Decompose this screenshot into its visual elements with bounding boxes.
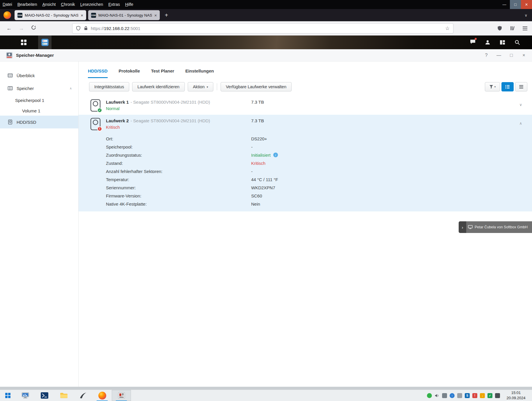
tray-activity-icon[interactable]: [427, 393, 432, 398]
menu-hilfe[interactable]: Hilfe: [123, 0, 136, 9]
button-label: Laufwerk identifizieren: [137, 84, 179, 89]
banner-collapse-button[interactable]: ›: [459, 221, 466, 233]
collapse-chevron-icon[interactable]: ∧: [519, 121, 522, 126]
windows-taskbar: ↑ S ! ↓ ✓ 15:01 20.09.2024: [0, 390, 532, 401]
dsm-main-menu-icon[interactable]: [21, 40, 26, 45]
menu-bearbeiten[interactable]: Bearbeiten: [15, 0, 40, 9]
sidebar-item-ueberblick[interactable]: Überblick: [0, 69, 78, 82]
status-critical-badge-icon: !: [97, 126, 102, 131]
tray-cloud-icon[interactable]: ↑: [450, 393, 455, 398]
info-icon[interactable]: i: [273, 153, 278, 157]
minimize-button[interactable]: —: [496, 53, 501, 58]
caret-down-icon: ▾: [494, 85, 496, 88]
tray-volume-icon[interactable]: [435, 393, 439, 398]
detail-view-button[interactable]: [501, 82, 514, 91]
detail-value: Initialisierti: [251, 153, 278, 158]
tray-shield-icon[interactable]: [457, 393, 462, 398]
app-body: Überblick Speicher ∧ Speicherpool 1 Volu…: [0, 61, 532, 387]
window-minimize-button[interactable]: —: [499, 0, 510, 9]
tray-synology-assistant-icon[interactable]: S: [465, 393, 470, 398]
drive-block-1: ✓ Laufwerk 1- Seagate ST8000VN004-2M2101…: [79, 96, 532, 115]
tab-test-planer[interactable]: Test Planer: [151, 68, 174, 78]
menu-lesezeichen[interactable]: Lesezeichen: [78, 0, 106, 9]
search-icon[interactable]: [514, 39, 520, 45]
detail-row-seriennummer: Seriennummer: WKD2XPN7: [79, 183, 532, 192]
sidebar-item-label: Überblick: [17, 73, 35, 78]
app-menu-icon[interactable]: [523, 27, 527, 30]
back-button[interactable]: ←: [3, 25, 15, 31]
app-titlebar[interactable]: Speicher-Manager ? — □ ×: [0, 49, 532, 61]
bookmark-star-icon[interactable]: ☆: [445, 25, 450, 31]
tray-display-icon[interactable]: [442, 393, 447, 398]
url-text[interactable]: https://192.168.0.22:5001: [91, 26, 140, 31]
reload-button[interactable]: [27, 25, 40, 31]
detail-value: 44 °C / 111 °F: [251, 177, 278, 182]
action-dropdown-button[interactable]: Aktion▾: [188, 82, 213, 91]
tray-app-icon[interactable]: [495, 393, 500, 398]
tab-close-icon[interactable]: ×: [81, 13, 83, 18]
firefox-app-icon[interactable]: [93, 390, 112, 401]
sidebar-item-speicher[interactable]: Speicher ∧: [0, 82, 78, 95]
menu-chronik[interactable]: Chronik: [58, 0, 77, 9]
drive-icon: ✓: [90, 99, 101, 112]
chat-icon[interactable]: [470, 39, 476, 46]
manage-available-drives-button[interactable]: Verfügbare Laufwerke verwalten: [221, 82, 292, 91]
compact-view-button[interactable]: [515, 82, 527, 91]
system-monitor-app-icon[interactable]: [16, 390, 35, 401]
storage-manager-taskbar-icon[interactable]: [38, 36, 52, 49]
help-button[interactable]: ?: [484, 53, 489, 58]
swoosh-app-icon[interactable]: [73, 390, 93, 401]
browser-tab-nas02[interactable]: DSM MAIO-NAS-02 - Synology NAS ×: [15, 10, 86, 20]
collapse-chevron-icon[interactable]: ∧: [70, 86, 72, 90]
drive-row-laufwerk-2[interactable]: ! Laufwerk 2- Seagate ST8000VN004-2M2101…: [79, 115, 532, 133]
restore-button[interactable]: □: [509, 53, 514, 58]
new-tab-button[interactable]: +: [165, 12, 168, 19]
scanner-app-icon[interactable]: [112, 390, 131, 401]
widgets-icon[interactable]: [499, 39, 506, 45]
sidebar: Überblick Speicher ∧ Speicherpool 1 Volu…: [0, 61, 79, 387]
sidebar-item-label: Speicher: [17, 86, 34, 91]
sidebar-item-speicherpool-1[interactable]: Speicherpool 1: [0, 95, 78, 106]
expand-chevron-icon[interactable]: ∨: [519, 103, 522, 107]
list-all-tabs-icon[interactable]: ∨: [524, 13, 527, 17]
drive-size: 7.3 TB: [251, 100, 264, 105]
menu-extras[interactable]: Extras: [106, 0, 123, 9]
start-button[interactable]: [0, 390, 16, 401]
file-explorer-app-icon[interactable]: [54, 390, 73, 401]
filter-button[interactable]: ▾: [485, 82, 500, 91]
tab-protokolle[interactable]: Protokolle: [119, 68, 140, 78]
menu-ansicht[interactable]: Ansicht: [40, 0, 58, 9]
firefox-icon[interactable]: [3, 11, 11, 19]
status-ok-badge-icon: ✓: [97, 108, 102, 113]
tab-close-icon[interactable]: ×: [154, 13, 157, 18]
tab-hdd-ssd[interactable]: HDD/SSD: [88, 68, 108, 78]
browser-tab-nas01[interactable]: DSM MAIO-NAS-01 - Synology NAS ×: [88, 10, 160, 20]
protections-shield-icon[interactable]: [497, 26, 502, 31]
drive-info: Laufwerk 2- Seagate ST8000VN004-2M2101 (…: [106, 118, 210, 133]
close-button[interactable]: ×: [522, 53, 526, 58]
app-window-controls: ? — □ ×: [484, 53, 526, 58]
user-icon[interactable]: [485, 39, 491, 45]
taskbar-apps: [16, 390, 131, 401]
storage-manager-icon: [41, 38, 49, 46]
window-close-button[interactable]: ×: [521, 0, 532, 9]
tab-einstellungen[interactable]: Einstellungen: [185, 68, 214, 78]
forward-button[interactable]: →: [15, 25, 27, 31]
health-status-button[interactable]: Integritätsstatus: [89, 82, 129, 91]
sidebar-item-volume-1[interactable]: Volume 1: [0, 106, 78, 116]
library-icon[interactable]: [510, 26, 515, 31]
powershell-app-icon[interactable]: [35, 390, 54, 401]
drive-row-laufwerk-1[interactable]: ✓ Laufwerk 1- Seagate ST8000VN004-2M2101…: [79, 96, 532, 115]
sidebar-item-hdd-ssd[interactable]: HDD/SSD: [0, 116, 78, 128]
taskbar-clock[interactable]: 15:01 20.09.2024: [503, 390, 529, 401]
url-bar[interactable]: https://192.168.0.22:5001 ☆: [72, 23, 453, 33]
identify-drive-button[interactable]: Laufwerk identifizieren: [132, 82, 185, 91]
window-restore-button[interactable]: □: [510, 0, 521, 9]
tray-update-icon[interactable]: ↓: [480, 393, 485, 398]
tray-ok-icon[interactable]: ✓: [487, 393, 492, 398]
lock-icon[interactable]: [84, 26, 88, 31]
tracking-shield-icon[interactable]: [76, 26, 81, 31]
tray-alert-icon[interactable]: !: [472, 393, 477, 398]
desktop-edge-band: [0, 387, 532, 390]
menu-datei[interactable]: Datei: [0, 0, 15, 9]
